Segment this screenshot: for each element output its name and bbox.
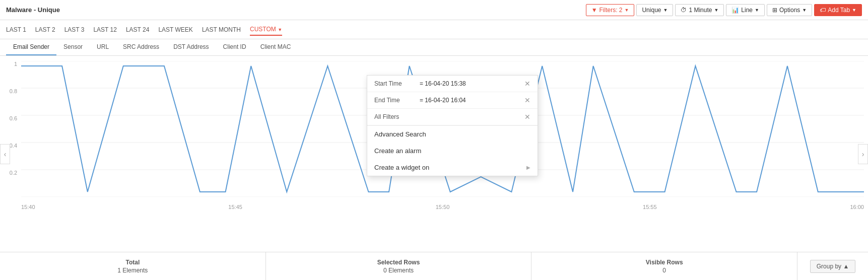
start-time-value: = 16-04-20 15:38 [420,80,520,87]
filters-caret: ▼ [625,8,629,13]
tab-src-address[interactable]: SRC Address [116,39,166,55]
tab-dst-address[interactable]: DST Address [166,39,216,55]
groupby-cell: Group by ▲ [797,252,868,280]
start-time-label: Start Time [374,80,420,87]
tab-client-id[interactable]: Client ID [216,39,253,55]
time-lastmonth[interactable]: LAST MONTH [202,24,241,35]
end-time-clear[interactable]: ✕ [524,96,530,104]
chevron-left-icon: ‹ [4,150,7,158]
selected-value: 0 Elements [383,267,414,274]
end-time-label: End Time [374,97,420,104]
groupby-caret: ▲ [843,263,849,270]
time-last24[interactable]: LAST 24 [126,24,149,35]
unique-button[interactable]: Unique ▼ [636,4,673,16]
nav-arrow-left[interactable]: ‹ [0,144,10,164]
x-axis: 15:40 15:45 15:50 15:55 16:00 [21,204,864,210]
add-tab-caret: ▼ [852,8,856,13]
grid-icon: ⊞ [772,7,777,14]
tag-icon: 🏷 [820,7,826,14]
chart-icon: 📊 [731,7,739,14]
start-time-clear[interactable]: ✕ [524,80,530,88]
tab-client-mac[interactable]: Client MAC [253,39,298,55]
nav-arrow-right[interactable]: › [858,144,868,164]
chart-caret: ▼ [755,8,759,13]
visible-value: 0 [662,267,666,274]
filters-button[interactable]: ▼ Filters: 2 ▼ [586,4,635,16]
all-filters-row: All Filters ✕ [367,109,538,125]
time-last1[interactable]: LAST 1 [6,24,26,35]
header-bar: Malware - Unique ▼ Filters: 2 ▼ Unique ▼… [0,0,868,20]
y-axis: 1 0.8 0.6 0.4 0.2 [0,61,20,197]
create-alarm-action[interactable]: Create an alarm [367,143,538,159]
tab-email-sender[interactable]: Email Sender [6,39,56,55]
total-label: Total [125,259,140,266]
advanced-search-action[interactable]: Advanced Search [367,126,538,143]
time-last3[interactable]: LAST 3 [64,24,85,35]
y-label-04: 0.4 [10,143,17,149]
y-label-08: 0.8 [10,88,17,94]
header-controls: ▼ Filters: 2 ▼ Unique ▼ ⏱ 1 Minute ▼ 📊 L… [586,4,862,16]
interval-caret: ▼ [714,8,718,13]
unique-caret: ▼ [663,8,667,13]
filter-icon: ▼ [591,7,597,14]
time-custom[interactable]: CUSTOM ▼ [250,24,282,36]
time-lastweek[interactable]: LAST WEEK [158,24,192,35]
total-value: 1 Elements [117,267,148,274]
y-label-1: 1 [14,61,17,67]
filters-dropdown: Start Time = 16-04-20 15:38 ✕ End Time =… [367,75,538,176]
main-area: ‹ › 1 0.8 0.6 0.4 0.2 [0,56,868,252]
y-label-02: 0.2 [10,170,17,176]
end-time-row: End Time = 16-04-20 16:04 ✕ [367,92,538,109]
time-last2[interactable]: LAST 2 [35,24,55,35]
total-cell: Total 1 Elements [0,252,266,280]
selected-label: Selected Rows [377,259,420,266]
time-last12[interactable]: LAST 12 [93,24,116,35]
create-widget-action[interactable]: Create a widget on ▶ [367,159,538,176]
tab-sensor[interactable]: Sensor [56,39,90,55]
unique-label: Unique [642,7,661,14]
groupby-button[interactable]: Group by ▲ [810,260,856,273]
visible-rows-cell: Visible Rows 0 [531,252,797,280]
visible-label: Visible Rows [646,259,683,266]
options-button[interactable]: ⊞ Options ▼ [767,4,812,16]
chevron-right-icon: › [862,150,864,158]
options-caret: ▼ [802,8,807,13]
page-title: Malware - Unique [6,6,60,14]
y-label-06: 0.6 [10,115,17,121]
footer-stats: Total 1 Elements Selected Rows 0 Element… [0,252,868,280]
add-tab-button[interactable]: 🏷 Add Tab ▼ [814,4,862,16]
tabs-bar: Email Sender Sensor URL SRC Address DST … [0,39,868,56]
x-label-1600: 16:00 [850,204,864,210]
x-label-1540: 15:40 [21,204,35,210]
time-range-bar: LAST 1 LAST 2 LAST 3 LAST 12 LAST 24 LAS… [0,20,868,39]
selected-rows-cell: Selected Rows 0 Elements [266,252,532,280]
x-label-1550: 15:50 [436,204,450,210]
all-filters-clear[interactable]: ✕ [524,113,530,121]
start-time-row: Start Time = 16-04-20 15:38 ✕ [367,76,538,92]
x-label-1555: 15:55 [643,204,657,210]
all-filters-label: All Filters [374,113,420,120]
end-time-value: = 16-04-20 16:04 [420,97,520,104]
tab-url[interactable]: URL [90,39,116,55]
chart-type-button[interactable]: 📊 Line ▼ [726,4,765,16]
chevron-right-icon: ▶ [526,165,530,170]
x-label-1545: 15:45 [228,204,242,210]
interval-button[interactable]: ⏱ 1 Minute ▼ [675,4,724,16]
clock-icon: ⏱ [681,7,687,14]
